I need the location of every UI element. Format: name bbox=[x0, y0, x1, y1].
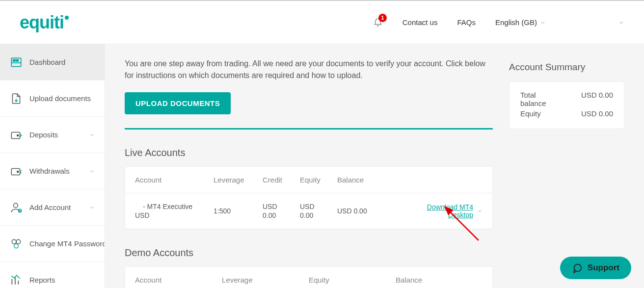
col-header-leverage: Leverage bbox=[222, 276, 309, 284]
section-divider bbox=[125, 128, 493, 130]
account-summary-panel: Account Summary Total balance USD 0.00 E… bbox=[509, 58, 624, 129]
summary-total-label: Total balance bbox=[520, 91, 560, 107]
chevron-down-icon bbox=[477, 208, 483, 214]
demo-table-header: Account Leverage Equity Balance bbox=[125, 267, 492, 288]
logo-dot-icon bbox=[65, 16, 69, 20]
live-accounts-card: Account Leverage Credit Equity Balance -… bbox=[125, 166, 493, 230]
equity-currency: USD bbox=[300, 202, 337, 211]
svg-point-8 bbox=[14, 203, 18, 208]
user-dropdown[interactable] bbox=[565, 20, 624, 26]
content-left: You are one step away from trading. All … bbox=[125, 58, 493, 288]
cell-account: - MT4 Executive USD bbox=[135, 202, 214, 220]
main-content: You are one step away from trading. All … bbox=[105, 44, 644, 288]
contact-us-link[interactable]: Contact us bbox=[402, 18, 438, 26]
cell-credit: USD 0.00 bbox=[263, 202, 300, 220]
chevron-down-icon bbox=[89, 132, 95, 138]
logo-text: equiti bbox=[20, 12, 64, 32]
svg-point-11 bbox=[16, 239, 21, 244]
sidebar-item-label: Change MT4 Password bbox=[29, 239, 105, 248]
chevron-down-icon bbox=[540, 20, 546, 26]
col-header-credit: Credit bbox=[263, 176, 300, 184]
account-name: - MT4 Executive bbox=[135, 202, 214, 211]
col-header-equity: Equity bbox=[309, 276, 396, 284]
sidebar-item-label: Dashboard bbox=[29, 58, 65, 66]
chevron-down-icon bbox=[618, 20, 624, 26]
chat-icon bbox=[572, 262, 583, 273]
language-label: English (GB) bbox=[495, 18, 537, 26]
account-currency: USD bbox=[135, 211, 214, 220]
account-summary-title: Account Summary bbox=[509, 62, 624, 73]
summary-row-total: Total balance USD 0.00 bbox=[520, 91, 613, 107]
sidebar: Dashboard Upload documents Deposits With… bbox=[0, 44, 105, 288]
sidebar-item-label: Withdrawals bbox=[29, 167, 70, 175]
demo-accounts-title: Demo Accounts bbox=[125, 247, 493, 259]
language-select[interactable]: English (GB) bbox=[495, 18, 546, 26]
live-account-row: - MT4 Executive USD 1:500 USD 0.00 USD 0… bbox=[125, 193, 492, 229]
cell-balance: USD 0.00 bbox=[337, 207, 406, 215]
summary-equity-label: Equity bbox=[520, 109, 541, 118]
header: equiti 1 Contact us FAQs English (GB) bbox=[0, 0, 644, 44]
col-header-leverage: Leverage bbox=[214, 176, 263, 184]
col-header-account: Account bbox=[135, 176, 214, 184]
account-summary-card: Total balance USD 0.00 Equity USD 0.00 bbox=[509, 81, 624, 129]
summary-row-equity: Equity USD 0.00 bbox=[520, 109, 613, 118]
dashboard-icon bbox=[10, 56, 23, 69]
demo-accounts-card: Account Leverage Equity Balance Practice… bbox=[125, 266, 493, 288]
upload-documents-button[interactable]: UPLOAD DOCUMENTS bbox=[125, 92, 231, 114]
col-header-balance: Balance bbox=[337, 176, 406, 184]
support-button[interactable]: Support bbox=[560, 257, 631, 279]
col-header-account: Account bbox=[135, 276, 222, 284]
sidebar-item-label: Reports bbox=[29, 276, 55, 284]
equity-amount: 0.00 bbox=[300, 211, 337, 220]
credit-amount: 0.00 bbox=[263, 211, 300, 220]
credit-currency: USD bbox=[263, 202, 300, 211]
col-header-equity: Equity bbox=[300, 176, 337, 184]
summary-total-value: USD 0.00 bbox=[581, 91, 613, 107]
notifications-badge: 1 bbox=[378, 14, 387, 22]
sidebar-item-add-account[interactable]: Add Account bbox=[0, 189, 105, 226]
cell-equity: USD 0.00 bbox=[300, 202, 337, 220]
sidebar-item-label: Upload documents bbox=[29, 94, 91, 103]
upload-icon bbox=[10, 92, 23, 105]
sidebar-item-dashboard[interactable]: Dashboard bbox=[0, 44, 105, 80]
cell-leverage: 1:500 bbox=[214, 207, 263, 215]
svg-point-5 bbox=[17, 134, 19, 136]
verification-banner-text: You are one step away from trading. All … bbox=[125, 58, 493, 81]
lock-gear-icon bbox=[10, 237, 23, 250]
svg-point-10 bbox=[12, 239, 16, 244]
sidebar-item-label: Deposits bbox=[29, 131, 58, 139]
svg-point-12 bbox=[14, 244, 19, 248]
sidebar-item-reports[interactable]: Reports bbox=[0, 262, 105, 288]
header-right: 1 Contact us FAQs English (GB) bbox=[373, 17, 624, 28]
sidebar-item-withdrawals[interactable]: Withdrawals bbox=[0, 153, 105, 189]
sidebar-item-label: Add Account bbox=[29, 203, 71, 211]
sidebar-item-upload-documents[interactable]: Upload documents bbox=[0, 80, 105, 117]
sidebar-item-change-password[interactable]: Change MT4 Password bbox=[0, 226, 105, 262]
sidebar-item-deposits[interactable]: Deposits bbox=[0, 117, 105, 153]
svg-point-7 bbox=[17, 171, 19, 172]
support-label: Support bbox=[588, 263, 619, 273]
wallet-out-icon bbox=[10, 165, 23, 178]
download-mt4-label: Download MT4 Desktop bbox=[406, 203, 473, 219]
chevron-down-icon bbox=[89, 205, 95, 210]
wallet-in-icon bbox=[10, 129, 23, 141]
svg-rect-2 bbox=[16, 59, 18, 61]
summary-equity-value: USD 0.00 bbox=[581, 109, 613, 118]
col-header-balance: Balance bbox=[396, 276, 483, 284]
chevron-down-icon bbox=[89, 168, 95, 174]
reports-icon bbox=[10, 274, 23, 287]
faqs-link[interactable]: FAQs bbox=[457, 18, 476, 26]
live-accounts-title: Live Accounts bbox=[125, 147, 493, 158]
add-user-icon bbox=[10, 201, 23, 214]
live-table-header: Account Leverage Credit Equity Balance bbox=[125, 167, 492, 193]
notifications-button[interactable]: 1 bbox=[373, 17, 383, 28]
download-mt4-link[interactable]: Download MT4 Desktop bbox=[406, 203, 483, 219]
svg-rect-1 bbox=[13, 59, 15, 61]
logo[interactable]: equiti bbox=[20, 12, 69, 33]
cell-download: Download MT4 Desktop bbox=[406, 203, 483, 219]
